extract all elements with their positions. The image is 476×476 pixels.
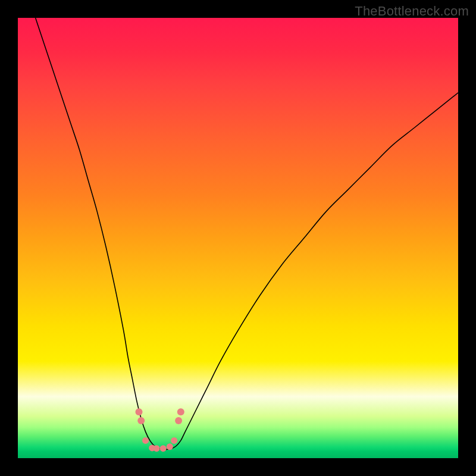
marker-dot bbox=[142, 437, 149, 444]
marker-dot bbox=[137, 417, 145, 424]
marker-dot bbox=[171, 437, 177, 444]
chart-svg bbox=[18, 18, 458, 458]
watermark-text: TheBottleneck.com bbox=[355, 4, 469, 19]
marker-dot bbox=[136, 408, 143, 415]
marker-dot bbox=[160, 445, 167, 452]
marker-dot bbox=[177, 408, 184, 415]
marker-dot bbox=[167, 443, 173, 450]
chart-frame: TheBottleneck.com bbox=[0, 0, 476, 476]
marker-dot bbox=[175, 417, 182, 424]
bottleneck-curve bbox=[36, 18, 458, 449]
plot-area bbox=[18, 18, 458, 458]
marker-dot bbox=[154, 445, 160, 452]
